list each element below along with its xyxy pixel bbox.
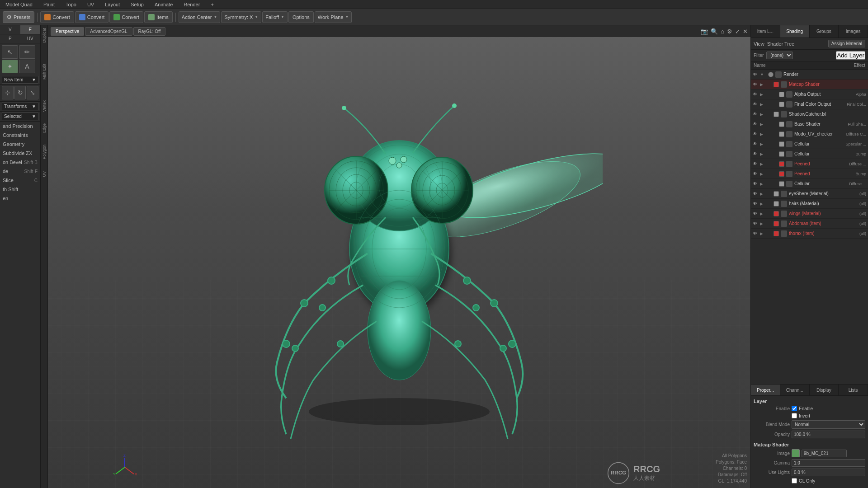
presets-button[interactable]: ⚙ Presets xyxy=(3,11,34,23)
menu-animate[interactable]: Animate xyxy=(153,1,175,8)
shader-item-4[interactable]: 👁 ▶ ShadowCatcher.lxl xyxy=(751,109,868,119)
invert-checkbox[interactable] xyxy=(792,413,797,418)
viewport-icon-search[interactable]: 🔍 xyxy=(711,28,718,35)
viewport-icon-camera[interactable]: 📷 xyxy=(701,28,708,35)
constraints-item[interactable]: Constraints xyxy=(0,131,40,140)
shader-item-9[interactable]: 👁 ▶ Peened Diffuse ... xyxy=(751,159,868,169)
shader-eye-11[interactable]: 👁 xyxy=(753,181,758,187)
menu-layout[interactable]: Layout xyxy=(103,1,122,8)
viewport-tab-perspective[interactable]: Perspective xyxy=(51,27,84,36)
tool-select[interactable]: ↖ xyxy=(2,45,18,59)
right-tab-groups[interactable]: Groups xyxy=(810,25,839,38)
shader-eye-4[interactable]: 👁 xyxy=(753,112,758,117)
shader-eye-1[interactable]: 👁 xyxy=(753,82,758,87)
convert-button-2[interactable]: Convert xyxy=(75,11,109,23)
shader-item-13[interactable]: 👁 ▶ hairs (Material) (all) xyxy=(751,199,868,209)
shader-item-16[interactable]: 👁 ▶ thorax (Item) (all) xyxy=(751,229,868,239)
viewport-tab-opengl[interactable]: AdvancedOpenGL xyxy=(85,27,132,36)
shader-item-12[interactable]: 👁 ▶ eyeShere (Material) (all) xyxy=(751,189,868,199)
filter-select[interactable]: (none) xyxy=(766,52,793,59)
shader-eye-3[interactable]: 👁 xyxy=(753,102,758,107)
shader-eye-8[interactable]: 👁 xyxy=(753,151,758,157)
tool-scale[interactable]: ⤡ xyxy=(27,86,38,99)
viewport-icon-close[interactable]: ✕ xyxy=(743,28,748,35)
viewport-icon-settings[interactable]: ⚙ xyxy=(727,28,732,35)
right-btab-display[interactable]: Display xyxy=(810,385,839,395)
shader-item-11[interactable]: 👁 ▶ Cellular Diffuse ... xyxy=(751,179,868,189)
thshift-item[interactable]: th Shift xyxy=(0,185,40,194)
menu-render[interactable]: Render xyxy=(182,1,202,8)
shader-item-6[interactable]: 👁 ▶ Modo_UV_checker Diffuse C... xyxy=(751,129,868,139)
tool-text[interactable]: A xyxy=(19,60,35,73)
menu-topo[interactable]: Topo xyxy=(64,1,78,8)
symmetry-dropdown[interactable]: Symmetry: X ▼ xyxy=(221,11,261,23)
shader-item-5[interactable]: 👁 ▶ Base Shader Full Sha... xyxy=(751,119,868,129)
menu-paint[interactable]: Paint xyxy=(42,1,57,8)
shader-item-0[interactable]: 👁 ▼ Render xyxy=(751,70,868,80)
convert-button-1[interactable]: Convert xyxy=(40,11,74,23)
shader-eye-15[interactable]: 👁 xyxy=(753,221,758,226)
geometry-item[interactable]: Geometry xyxy=(0,140,40,149)
shader-eye-9[interactable]: 👁 xyxy=(753,161,758,167)
action-center-dropdown[interactable]: Action Center ▼ xyxy=(179,11,221,23)
options-button[interactable]: Options xyxy=(288,11,314,23)
shader-eye-16[interactable]: 👁 xyxy=(753,231,758,236)
viewport-tab-raygl[interactable]: RayGL: Off xyxy=(133,27,166,36)
shader-eye-2[interactable]: 👁 xyxy=(753,92,758,97)
shader-eye-5[interactable]: 👁 xyxy=(753,122,758,127)
left-tab-edge[interactable]: E xyxy=(20,25,41,34)
assign-material-btn[interactable]: Assign Material xyxy=(828,40,865,47)
slice-item[interactable]: Slice C xyxy=(0,176,40,185)
tool-rotate[interactable]: ↻ xyxy=(14,86,26,99)
tool-move2[interactable]: ⊹ xyxy=(2,86,14,99)
tool-move[interactable]: ✦ xyxy=(2,60,18,73)
menu-setup[interactable]: Setup xyxy=(129,1,146,8)
shader-eye-10[interactable]: 👁 xyxy=(753,171,758,177)
add-layer-btn[interactable]: Add Layer xyxy=(836,51,865,60)
shader-item-7[interactable]: 👁 ▶ Cellular Specular ... xyxy=(751,139,868,149)
left-tab-vert[interactable]: V xyxy=(0,25,20,34)
left-tab-poly[interactable]: P xyxy=(0,34,20,43)
shader-item-10[interactable]: 👁 ▶ Peened Bump xyxy=(751,169,868,179)
shader-item-15[interactable]: 👁 ▶ Abdoman (Item) (all) xyxy=(751,219,868,229)
shader-item-14[interactable]: 👁 ▶ wings (Material) (all) xyxy=(751,209,868,219)
subdivide-item[interactable]: Subdivide ZX xyxy=(0,149,40,158)
gl-only-checkbox[interactable] xyxy=(792,478,797,483)
shader-eye-7[interactable]: 👁 xyxy=(753,141,758,147)
blend-mode-select[interactable]: Normal xyxy=(792,420,865,429)
de-item[interactable]: de Shift-F xyxy=(0,167,40,176)
shader-eye-12[interactable]: 👁 xyxy=(753,191,758,197)
shader-item-8[interactable]: 👁 ▶ Cellular Bump xyxy=(751,149,868,159)
tool-paint[interactable]: ✏ xyxy=(19,45,35,59)
menu-plus[interactable]: + xyxy=(209,1,215,8)
convert-button-3[interactable]: Convert xyxy=(109,11,143,23)
falloff-dropdown[interactable]: Falloff ▼ xyxy=(262,11,288,23)
right-tab-images[interactable]: Images xyxy=(839,25,868,38)
viewport[interactable]: Perspective AdvancedOpenGL RayGL: Off 📷 … xyxy=(48,25,750,488)
right-tab-iteml[interactable]: Item L... xyxy=(751,25,780,38)
work-plane-dropdown[interactable]: Work Plane ▼ xyxy=(315,11,352,23)
shader-eye-13[interactable]: 👁 xyxy=(753,201,758,206)
viewport-icon-expand[interactable]: ⤢ xyxy=(735,28,740,35)
enable-checkbox[interactable] xyxy=(792,406,797,411)
left-tab-uv[interactable]: UV xyxy=(20,34,41,43)
right-btab-props[interactable]: Proper... xyxy=(751,385,780,395)
right-btab-lists[interactable]: Lists xyxy=(839,385,868,395)
shader-item-3[interactable]: 👁 ▶ Final Color Output Final Col... xyxy=(751,99,868,109)
shader-eye-0[interactable]: 👁 xyxy=(753,72,758,77)
gamma-value[interactable]: 1.0 xyxy=(792,459,865,467)
en-item[interactable]: en xyxy=(0,194,40,203)
items-button[interactable]: Items xyxy=(144,11,173,23)
viewport-icon-home[interactable]: ⌂ xyxy=(721,28,724,35)
shader-item-1[interactable]: 👁 ▶ Matcap Shader xyxy=(751,80,868,89)
precision-item[interactable]: and Precision xyxy=(0,122,40,131)
opacity-value[interactable]: 100.0 % xyxy=(792,431,865,438)
menu-uv[interactable]: UV xyxy=(85,1,96,8)
menu-model-quad[interactable]: Model Quad xyxy=(4,1,34,8)
image-value[interactable]: 9b_MC_021 xyxy=(802,450,847,457)
bevel-item[interactable]: on Bevel Shift-B xyxy=(0,158,40,167)
shader-eye-6[interactable]: 👁 xyxy=(753,131,758,137)
right-tab-shading[interactable]: Shading xyxy=(780,25,810,38)
image-swatch[interactable] xyxy=(792,449,800,457)
shader-item-2[interactable]: 👁 ▶ Alpha Output Alpha xyxy=(751,89,868,99)
